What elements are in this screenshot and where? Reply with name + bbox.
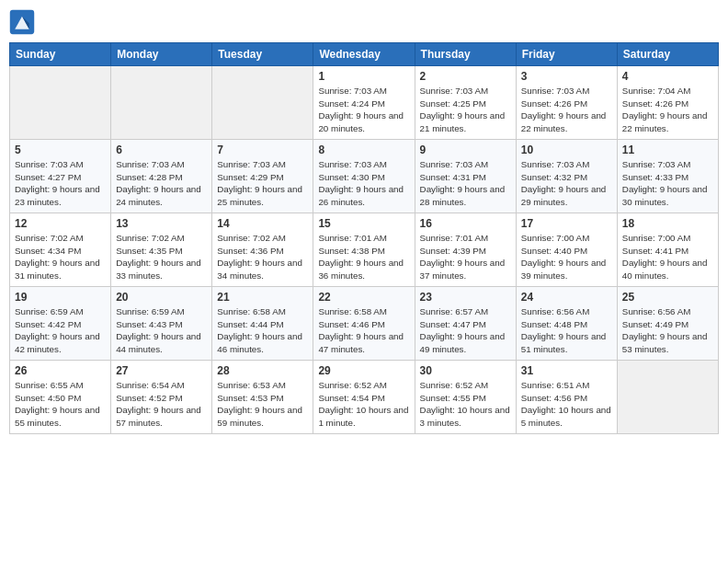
weekday-header-friday: Friday [516, 43, 617, 66]
day-info: Sunrise: 6:52 AMSunset: 4:55 PMDaylight:… [420, 379, 511, 430]
day-number: 12 [15, 217, 106, 230]
day-cell: 3Sunrise: 7:03 AMSunset: 4:26 PMDaylight… [516, 66, 617, 140]
day-number: 21 [217, 291, 308, 304]
day-info: Sunrise: 7:03 AMSunset: 4:26 PMDaylight:… [521, 85, 612, 135]
day-number: 20 [116, 291, 207, 304]
day-number: 4 [622, 70, 713, 83]
weekday-header-sunday: Sunday [10, 43, 111, 66]
day-cell: 5Sunrise: 7:03 AMSunset: 4:27 PMDaylight… [10, 140, 111, 213]
day-number: 27 [116, 364, 207, 377]
day-number: 26 [15, 364, 106, 377]
page: SundayMondayTuesdayWednesdayThursdayFrid… [0, 0, 728, 563]
day-info: Sunrise: 6:57 AMSunset: 4:47 PMDaylight:… [420, 305, 511, 356]
day-number: 6 [116, 144, 207, 156]
day-cell [111, 66, 212, 140]
day-cell: 22Sunrise: 6:58 AMSunset: 4:46 PMDayligh… [313, 287, 415, 361]
day-number: 24 [521, 291, 612, 304]
day-number: 19 [15, 291, 106, 304]
day-info: Sunrise: 7:02 AMSunset: 4:34 PMDaylight:… [15, 232, 106, 282]
day-cell: 12Sunrise: 7:02 AMSunset: 4:34 PMDayligh… [10, 213, 111, 287]
day-info: Sunrise: 6:56 AMSunset: 4:48 PMDaylight:… [521, 305, 612, 356]
day-number: 23 [420, 291, 511, 304]
weekday-header-wednesday: Wednesday [313, 43, 415, 66]
day-cell: 7Sunrise: 7:03 AMSunset: 4:29 PMDaylight… [212, 140, 313, 213]
day-info: Sunrise: 6:59 AMSunset: 4:42 PMDaylight:… [15, 305, 106, 356]
weekday-header-thursday: Thursday [415, 43, 516, 66]
header [9, 9, 719, 35]
day-info: Sunrise: 7:03 AMSunset: 4:30 PMDaylight:… [318, 158, 409, 209]
day-cell: 9Sunrise: 7:03 AMSunset: 4:31 PMDaylight… [415, 140, 516, 213]
day-number: 28 [217, 364, 308, 377]
day-number: 1 [318, 70, 409, 83]
week-row-4: 19Sunrise: 6:59 AMSunset: 4:42 PMDayligh… [10, 287, 719, 361]
calendar-table: SundayMondayTuesdayWednesdayThursdayFrid… [9, 42, 719, 434]
day-cell: 8Sunrise: 7:03 AMSunset: 4:30 PMDaylight… [313, 140, 415, 213]
day-cell: 18Sunrise: 7:00 AMSunset: 4:41 PMDayligh… [617, 213, 718, 287]
day-cell: 17Sunrise: 7:00 AMSunset: 4:40 PMDayligh… [516, 213, 617, 287]
day-info: Sunrise: 7:03 AMSunset: 4:33 PMDaylight:… [622, 158, 713, 209]
day-info: Sunrise: 7:03 AMSunset: 4:28 PMDaylight:… [116, 158, 207, 209]
day-cell: 25Sunrise: 6:56 AMSunset: 4:49 PMDayligh… [617, 287, 718, 361]
day-cell [212, 66, 313, 140]
week-row-3: 12Sunrise: 7:02 AMSunset: 4:34 PMDayligh… [10, 213, 719, 287]
weekday-header-row: SundayMondayTuesdayWednesdayThursdayFrid… [10, 43, 719, 66]
day-cell: 27Sunrise: 6:54 AMSunset: 4:52 PMDayligh… [111, 361, 212, 434]
day-cell: 15Sunrise: 7:01 AMSunset: 4:38 PMDayligh… [313, 213, 415, 287]
day-info: Sunrise: 7:03 AMSunset: 4:24 PMDaylight:… [318, 85, 409, 135]
day-info: Sunrise: 6:53 AMSunset: 4:53 PMDaylight:… [217, 379, 308, 430]
day-number: 18 [622, 217, 713, 230]
day-info: Sunrise: 7:00 AMSunset: 4:40 PMDaylight:… [521, 232, 612, 282]
logo [9, 9, 39, 35]
day-number: 2 [420, 70, 511, 83]
day-number: 14 [217, 217, 308, 230]
day-number: 5 [15, 144, 106, 156]
day-info: Sunrise: 7:02 AMSunset: 4:35 PMDaylight:… [116, 232, 207, 282]
day-number: 9 [420, 144, 511, 156]
day-number: 17 [521, 217, 612, 230]
day-info: Sunrise: 6:52 AMSunset: 4:54 PMDaylight:… [318, 379, 409, 430]
day-number: 31 [521, 364, 612, 377]
day-cell: 16Sunrise: 7:01 AMSunset: 4:39 PMDayligh… [415, 213, 516, 287]
day-cell: 10Sunrise: 7:03 AMSunset: 4:32 PMDayligh… [516, 140, 617, 213]
day-info: Sunrise: 6:55 AMSunset: 4:50 PMDaylight:… [15, 379, 106, 430]
day-cell: 11Sunrise: 7:03 AMSunset: 4:33 PMDayligh… [617, 140, 718, 213]
day-cell: 31Sunrise: 6:51 AMSunset: 4:56 PMDayligh… [516, 361, 617, 434]
day-cell: 4Sunrise: 7:04 AMSunset: 4:26 PMDaylight… [617, 66, 718, 140]
week-row-5: 26Sunrise: 6:55 AMSunset: 4:50 PMDayligh… [10, 361, 719, 434]
weekday-header-tuesday: Tuesday [212, 43, 313, 66]
day-cell: 6Sunrise: 7:03 AMSunset: 4:28 PMDaylight… [111, 140, 212, 213]
day-cell: 24Sunrise: 6:56 AMSunset: 4:48 PMDayligh… [516, 287, 617, 361]
day-number: 22 [318, 291, 409, 304]
day-number: 13 [116, 217, 207, 230]
day-cell: 1Sunrise: 7:03 AMSunset: 4:24 PMDaylight… [313, 66, 415, 140]
week-row-2: 5Sunrise: 7:03 AMSunset: 4:27 PMDaylight… [10, 140, 719, 213]
day-info: Sunrise: 7:03 AMSunset: 4:32 PMDaylight:… [521, 158, 612, 209]
day-cell: 13Sunrise: 7:02 AMSunset: 4:35 PMDayligh… [111, 213, 212, 287]
day-cell: 23Sunrise: 6:57 AMSunset: 4:47 PMDayligh… [415, 287, 516, 361]
weekday-header-monday: Monday [111, 43, 212, 66]
day-cell: 14Sunrise: 7:02 AMSunset: 4:36 PMDayligh… [212, 213, 313, 287]
day-info: Sunrise: 6:58 AMSunset: 4:44 PMDaylight:… [217, 305, 308, 356]
day-info: Sunrise: 6:58 AMSunset: 4:46 PMDaylight:… [318, 305, 409, 356]
day-info: Sunrise: 6:51 AMSunset: 4:56 PMDaylight:… [521, 379, 612, 430]
day-cell: 19Sunrise: 6:59 AMSunset: 4:42 PMDayligh… [10, 287, 111, 361]
logo-icon [9, 9, 35, 35]
day-cell [10, 66, 111, 140]
day-info: Sunrise: 7:03 AMSunset: 4:25 PMDaylight:… [420, 85, 511, 135]
day-cell: 29Sunrise: 6:52 AMSunset: 4:54 PMDayligh… [313, 361, 415, 434]
day-number: 8 [318, 144, 409, 156]
day-number: 11 [622, 144, 713, 156]
day-info: Sunrise: 6:54 AMSunset: 4:52 PMDaylight:… [116, 379, 207, 430]
day-info: Sunrise: 6:59 AMSunset: 4:43 PMDaylight:… [116, 305, 207, 356]
day-info: Sunrise: 7:03 AMSunset: 4:29 PMDaylight:… [217, 158, 308, 209]
day-number: 29 [318, 364, 409, 377]
day-info: Sunrise: 7:03 AMSunset: 4:27 PMDaylight:… [15, 158, 106, 209]
day-number: 25 [622, 291, 713, 304]
day-info: Sunrise: 7:03 AMSunset: 4:31 PMDaylight:… [420, 158, 511, 209]
day-info: Sunrise: 7:02 AMSunset: 4:36 PMDaylight:… [217, 232, 308, 282]
day-number: 15 [318, 217, 409, 230]
day-cell: 28Sunrise: 6:53 AMSunset: 4:53 PMDayligh… [212, 361, 313, 434]
day-cell [617, 361, 718, 434]
day-cell: 20Sunrise: 6:59 AMSunset: 4:43 PMDayligh… [111, 287, 212, 361]
day-info: Sunrise: 6:56 AMSunset: 4:49 PMDaylight:… [622, 305, 713, 356]
